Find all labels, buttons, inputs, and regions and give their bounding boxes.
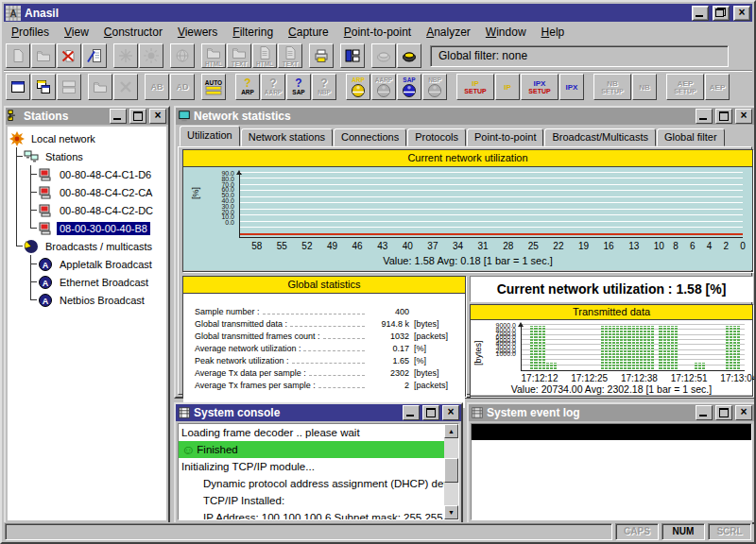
data-bar — [609, 326, 611, 369]
console-scrollbar[interactable]: ▲ ▼ — [444, 424, 458, 519]
tab-protocols[interactable]: Protocols — [407, 128, 466, 146]
stat-label: Global transmitted data : — [195, 319, 287, 329]
global-filter-field[interactable]: Global filter: none — [430, 45, 729, 67]
data-bar — [636, 326, 639, 369]
menu-item-profiles[interactable]: Profiles — [4, 25, 57, 40]
print-button[interactable] — [309, 43, 334, 68]
stations-minimize-button[interactable] — [110, 109, 127, 124]
dotted-leader — [303, 350, 365, 351]
stat-label: Average Tx frames per sample : — [195, 381, 316, 390]
open-profile-button — [31, 43, 56, 68]
netstats-minimize-button[interactable] — [696, 109, 713, 124]
cascade-windows-button[interactable] — [31, 74, 56, 100]
x-tick-label: 34 — [453, 241, 463, 251]
tree-item-broadcasts-multicasts[interactable]: Broadcasts / multicasts — [9, 237, 164, 255]
edit-notes-button[interactable] — [82, 43, 107, 68]
tab-broadcast-multicasts[interactable]: Broadcast/Multicasts — [544, 128, 655, 146]
tree-item-appletalk-broadcast[interactable]: AAppletalk Broadcast — [9, 255, 164, 273]
netstats-maximize-button[interactable] — [715, 109, 732, 124]
eventlog-window-icon — [471, 406, 484, 419]
menu-item-help[interactable]: Help — [534, 25, 573, 40]
tab-network-stations[interactable]: Network stations — [241, 128, 333, 146]
arp-agent-button[interactable]: ARP — [346, 74, 370, 100]
stat-value: 0.17 — [368, 344, 409, 353]
menu-item-analyzer[interactable]: Analyzer — [419, 25, 478, 40]
transmitted-data-panel: Transmitted data [bytes] 9000.08000.0700… — [470, 304, 753, 397]
scroll-up-button[interactable]: ▲ — [444, 424, 458, 438]
data-bar — [726, 326, 729, 369]
ipx-setup-button[interactable]: IPXSETUP — [521, 74, 558, 100]
tree-item-netbios-broadcast[interactable]: ANetbios Broadcast — [9, 291, 164, 309]
console-minimize-button[interactable] — [403, 405, 420, 420]
netstats-close-button[interactable]: × — [735, 109, 752, 124]
time-tick-label: 17:13:04 — [720, 373, 756, 383]
new-window-button[interactable] — [6, 74, 30, 100]
close-button[interactable]: × — [733, 6, 750, 21]
utilization-chart-title: Current network utilization — [183, 150, 752, 167]
tree-item-00-80-48-c4-c2-ca[interactable]: 00-80-48-C4-C2-CA — [9, 183, 164, 201]
sap-agent-button[interactable]: SAP — [397, 74, 421, 100]
dotted-leader — [263, 314, 365, 314]
status-message-pane — [5, 523, 612, 540]
menu-item-view[interactable]: View — [57, 25, 96, 40]
stat-unit: [bytes] — [409, 368, 457, 378]
tree-item-00-80-48-c4-c1-d6[interactable]: 00-80-48-C4-C1-D6 — [9, 165, 164, 183]
tab-point-to-point[interactable]: Point-to-point — [467, 128, 543, 146]
x-tick-label: 4 — [707, 241, 713, 251]
transmitted-caption: Value: 20734.00 Avg: 2302.18 [1 bar = 1 … — [471, 383, 752, 395]
new-profile-button — [6, 43, 30, 68]
tree-item-local-network[interactable]: Local network — [9, 129, 164, 147]
tree-item-label: 00-80-48-C4-C2-CA — [57, 186, 155, 199]
eventlog-close-button[interactable]: × — [735, 405, 752, 420]
scroll-down-button[interactable]: ▼ — [444, 505, 458, 519]
restore-button[interactable] — [713, 6, 730, 21]
protocol-toolbar: ABADAUTO?ARP?AARP?SAP?NBPARPAARPSAPNBPIP… — [4, 71, 752, 102]
tab-global-filter[interactable]: Global filter — [657, 128, 725, 146]
menu-item-capture[interactable]: Capture — [281, 25, 336, 40]
names-ad-button: AD — [170, 74, 195, 100]
minimize-button[interactable] — [692, 6, 709, 21]
global-statistics-body: Sample number :400Global transmitted dat… — [183, 294, 465, 408]
menu-item-filtering[interactable]: Filtering — [225, 25, 281, 40]
grid-line — [240, 196, 743, 197]
tree-indent — [9, 201, 24, 219]
stations-close-button[interactable]: × — [149, 109, 166, 124]
auto-discover-button[interactable]: AUTO — [201, 74, 226, 100]
console-close-button[interactable]: × — [442, 405, 459, 420]
data-bar — [627, 326, 630, 369]
tree-indent — [9, 291, 24, 309]
data-bar — [647, 326, 650, 369]
tree-item-stations[interactable]: Stations — [9, 147, 164, 165]
tree-item-ethernet-broadcast[interactable]: AEthernet Broadcast — [9, 273, 164, 291]
ip-monitor-button[interactable]: IP — [495, 74, 520, 100]
console-maximize-button[interactable] — [422, 405, 439, 420]
stat-label: Average network utilization : — [195, 344, 301, 353]
eventlog-maximize-button[interactable] — [715, 405, 732, 420]
menu-item-point-to-point[interactable]: Point-to-point — [336, 25, 419, 40]
arp-query-button[interactable]: ?ARP — [235, 74, 260, 100]
tree-item-label: Broadcasts / multicasts — [43, 240, 155, 253]
broadcast-icon: A — [38, 275, 54, 290]
stat-row: Peak network utilization :1.65[%] — [183, 356, 465, 368]
probe-active-button[interactable] — [397, 43, 421, 68]
tree-item-08-00-30-00-40-b8[interactable]: 08-00-30-00-40-B8 — [9, 219, 164, 237]
menu-item-viewers[interactable]: Viewers — [170, 25, 225, 40]
tree-item-00-80-48-c4-c2-dc[interactable]: 00-80-48-C4-C2-DC — [9, 201, 164, 219]
eventlog-entry[interactable]: 17:06:23Network opened — [472, 424, 751, 440]
stat-unit: [bytes] — [409, 319, 457, 329]
tab-connections[interactable]: Connections — [334, 128, 406, 146]
stat-value: 2 — [368, 381, 409, 390]
tab-utilization[interactable]: Utilization — [180, 126, 240, 146]
menu-item-constructor[interactable]: Constructor — [96, 25, 170, 40]
scroll-thumb[interactable] — [444, 458, 458, 483]
eventlog-minimize-button[interactable] — [696, 405, 713, 420]
ipx-monitor-button[interactable]: IPX — [559, 74, 584, 100]
stations-maximize-button[interactable] — [129, 109, 146, 124]
main-title-bar: A Anasil × — [4, 4, 752, 22]
stat-row: Average Tx data per sample :2302[bytes] — [183, 368, 465, 381]
menu-item-window[interactable]: Window — [478, 25, 534, 40]
arrange-windows-button[interactable] — [340, 43, 365, 68]
delete-profile-button[interactable] — [57, 43, 81, 68]
ip-setup-button[interactable]: IPSETUP — [456, 74, 494, 100]
sap-query-button[interactable]: ?SAP — [286, 74, 311, 100]
